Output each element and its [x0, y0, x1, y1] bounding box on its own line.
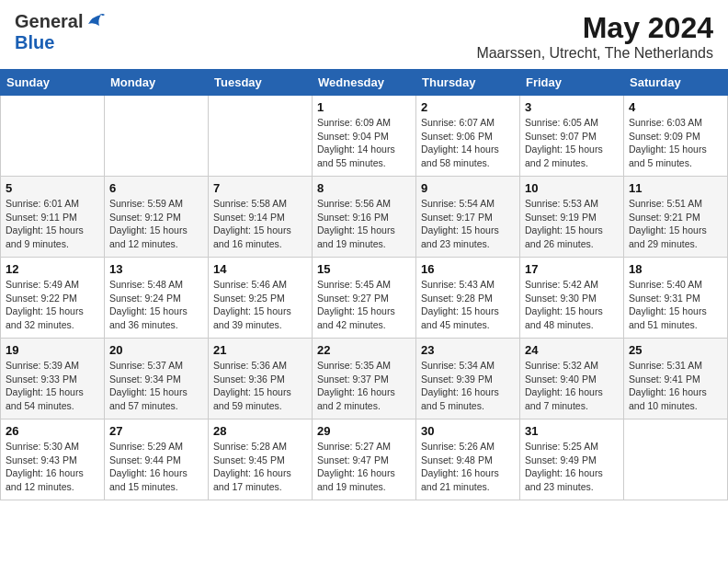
- day-number: 23: [421, 343, 515, 357]
- calendar-week-row: 1Sunrise: 6:09 AMSunset: 9:04 PMDaylight…: [1, 96, 728, 177]
- table-row: 27Sunrise: 5:29 AMSunset: 9:44 PMDayligh…: [105, 419, 209, 500]
- day-number: 24: [525, 343, 619, 357]
- page-header: General Blue May 2024 Maarssen, Utrecht,…: [0, 0, 728, 69]
- day-info: Sunrise: 5:31 AMSunset: 9:41 PMDaylight:…: [629, 359, 722, 413]
- day-number: 13: [109, 262, 203, 276]
- table-row: 31Sunrise: 5:25 AMSunset: 9:49 PMDayligh…: [520, 419, 624, 500]
- day-info: Sunrise: 5:36 AMSunset: 9:36 PMDaylight:…: [213, 359, 307, 413]
- day-number: 5: [6, 181, 99, 195]
- day-info: Sunrise: 5:29 AMSunset: 9:44 PMDaylight:…: [109, 440, 203, 494]
- calendar-week-row: 5Sunrise: 6:01 AMSunset: 9:11 PMDaylight…: [1, 177, 728, 258]
- table-row: 12Sunrise: 5:49 AMSunset: 9:22 PMDayligh…: [1, 258, 105, 339]
- day-number: 20: [109, 343, 203, 357]
- day-info: Sunrise: 5:53 AMSunset: 9:19 PMDaylight:…: [525, 197, 619, 251]
- day-info: Sunrise: 6:07 AMSunset: 9:06 PMDaylight:…: [421, 116, 515, 170]
- logo-bird-icon: [85, 11, 105, 31]
- day-info: Sunrise: 5:48 AMSunset: 9:24 PMDaylight:…: [109, 278, 203, 332]
- day-info: Sunrise: 6:05 AMSunset: 9:07 PMDaylight:…: [525, 116, 619, 170]
- day-info: Sunrise: 5:27 AMSunset: 9:47 PMDaylight:…: [317, 440, 411, 494]
- day-info: Sunrise: 5:28 AMSunset: 9:45 PMDaylight:…: [213, 440, 307, 494]
- header-thursday: Thursday: [416, 70, 520, 96]
- day-number: 18: [629, 262, 722, 276]
- header-wednesday: Wednesday: [313, 70, 416, 96]
- day-number: 2: [421, 100, 515, 114]
- day-number: 21: [213, 343, 307, 357]
- day-number: 6: [109, 181, 203, 195]
- day-number: 8: [317, 181, 411, 195]
- day-info: Sunrise: 6:03 AMSunset: 9:09 PMDaylight:…: [629, 116, 722, 170]
- table-row: [1, 96, 105, 177]
- day-info: Sunrise: 5:43 AMSunset: 9:28 PMDaylight:…: [421, 278, 515, 332]
- day-info: Sunrise: 5:39 AMSunset: 9:33 PMDaylight:…: [6, 359, 99, 413]
- table-row: 26Sunrise: 5:30 AMSunset: 9:43 PMDayligh…: [1, 419, 105, 500]
- day-info: Sunrise: 5:54 AMSunset: 9:17 PMDaylight:…: [421, 197, 515, 251]
- table-row: [209, 96, 313, 177]
- day-info: Sunrise: 6:09 AMSunset: 9:04 PMDaylight:…: [317, 116, 411, 170]
- table-row: 4Sunrise: 6:03 AMSunset: 9:09 PMDaylight…: [624, 96, 728, 177]
- table-row: 11Sunrise: 5:51 AMSunset: 9:21 PMDayligh…: [624, 177, 728, 258]
- day-number: 4: [629, 100, 722, 114]
- table-row: 17Sunrise: 5:42 AMSunset: 9:30 PMDayligh…: [520, 258, 624, 339]
- day-number: 7: [213, 181, 307, 195]
- day-info: Sunrise: 5:25 AMSunset: 9:49 PMDaylight:…: [525, 440, 619, 494]
- header-sunday: Sunday: [1, 70, 105, 96]
- day-info: Sunrise: 5:37 AMSunset: 9:34 PMDaylight:…: [109, 359, 203, 413]
- day-number: 29: [317, 424, 411, 438]
- table-row: 5Sunrise: 6:01 AMSunset: 9:11 PMDaylight…: [1, 177, 105, 258]
- calendar-week-row: 26Sunrise: 5:30 AMSunset: 9:43 PMDayligh…: [1, 419, 728, 500]
- header-saturday: Saturday: [624, 70, 728, 96]
- day-info: Sunrise: 5:34 AMSunset: 9:39 PMDaylight:…: [421, 359, 515, 413]
- table-row: 30Sunrise: 5:26 AMSunset: 9:48 PMDayligh…: [416, 419, 520, 500]
- table-row: 15Sunrise: 5:45 AMSunset: 9:27 PMDayligh…: [313, 258, 416, 339]
- table-row: 16Sunrise: 5:43 AMSunset: 9:28 PMDayligh…: [416, 258, 520, 339]
- day-info: Sunrise: 5:49 AMSunset: 9:22 PMDaylight:…: [6, 278, 99, 332]
- day-number: 28: [213, 424, 307, 438]
- day-info: Sunrise: 5:30 AMSunset: 9:43 PMDaylight:…: [6, 440, 99, 494]
- logo-general-text: General: [15, 11, 83, 32]
- day-info: Sunrise: 5:40 AMSunset: 9:31 PMDaylight:…: [629, 278, 722, 332]
- day-info: Sunrise: 5:51 AMSunset: 9:21 PMDaylight:…: [629, 197, 722, 251]
- day-number: 19: [6, 343, 99, 357]
- day-number: 22: [317, 343, 411, 357]
- logo: General Blue: [15, 11, 105, 53]
- table-row: 7Sunrise: 5:58 AMSunset: 9:14 PMDaylight…: [209, 177, 313, 258]
- logo-blue-text: Blue: [15, 32, 54, 52]
- table-row: 13Sunrise: 5:48 AMSunset: 9:24 PMDayligh…: [105, 258, 209, 339]
- table-row: 8Sunrise: 5:56 AMSunset: 9:16 PMDaylight…: [313, 177, 416, 258]
- table-row: 22Sunrise: 5:35 AMSunset: 9:37 PMDayligh…: [313, 339, 416, 419]
- day-number: 10: [525, 181, 619, 195]
- calendar-table: Sunday Monday Tuesday Wednesday Thursday…: [0, 69, 728, 500]
- day-info: Sunrise: 5:26 AMSunset: 9:48 PMDaylight:…: [421, 440, 515, 494]
- day-info: Sunrise: 6:01 AMSunset: 9:11 PMDaylight:…: [6, 197, 99, 251]
- day-number: 15: [317, 262, 411, 276]
- day-number: 17: [525, 262, 619, 276]
- calendar-header-row: Sunday Monday Tuesday Wednesday Thursday…: [1, 70, 728, 96]
- day-number: 16: [421, 262, 515, 276]
- day-number: 27: [109, 424, 203, 438]
- day-number: 12: [6, 262, 99, 276]
- day-info: Sunrise: 5:42 AMSunset: 9:30 PMDaylight:…: [525, 278, 619, 332]
- calendar-week-row: 19Sunrise: 5:39 AMSunset: 9:33 PMDayligh…: [1, 339, 728, 419]
- day-info: Sunrise: 5:59 AMSunset: 9:12 PMDaylight:…: [109, 197, 203, 251]
- header-right: May 2024 Maarssen, Utrecht, The Netherla…: [476, 11, 713, 62]
- table-row: 3Sunrise: 6:05 AMSunset: 9:07 PMDaylight…: [520, 96, 624, 177]
- table-row: 2Sunrise: 6:07 AMSunset: 9:06 PMDaylight…: [416, 96, 520, 177]
- day-info: Sunrise: 5:35 AMSunset: 9:37 PMDaylight:…: [317, 359, 411, 413]
- day-number: 31: [525, 424, 619, 438]
- table-row: 10Sunrise: 5:53 AMSunset: 9:19 PMDayligh…: [520, 177, 624, 258]
- day-info: Sunrise: 5:32 AMSunset: 9:40 PMDaylight:…: [525, 359, 619, 413]
- day-number: 26: [6, 424, 99, 438]
- table-row: 14Sunrise: 5:46 AMSunset: 9:25 PMDayligh…: [209, 258, 313, 339]
- day-number: 30: [421, 424, 515, 438]
- header-monday: Monday: [105, 70, 209, 96]
- day-info: Sunrise: 5:58 AMSunset: 9:14 PMDaylight:…: [213, 197, 307, 251]
- day-number: 25: [629, 343, 722, 357]
- table-row: 9Sunrise: 5:54 AMSunset: 9:17 PMDaylight…: [416, 177, 520, 258]
- day-number: 14: [213, 262, 307, 276]
- day-info: Sunrise: 5:56 AMSunset: 9:16 PMDaylight:…: [317, 197, 411, 251]
- table-row: 25Sunrise: 5:31 AMSunset: 9:41 PMDayligh…: [624, 339, 728, 419]
- table-row: 29Sunrise: 5:27 AMSunset: 9:47 PMDayligh…: [313, 419, 416, 500]
- table-row: [624, 419, 728, 500]
- table-row: 20Sunrise: 5:37 AMSunset: 9:34 PMDayligh…: [105, 339, 209, 419]
- day-number: 1: [317, 100, 411, 114]
